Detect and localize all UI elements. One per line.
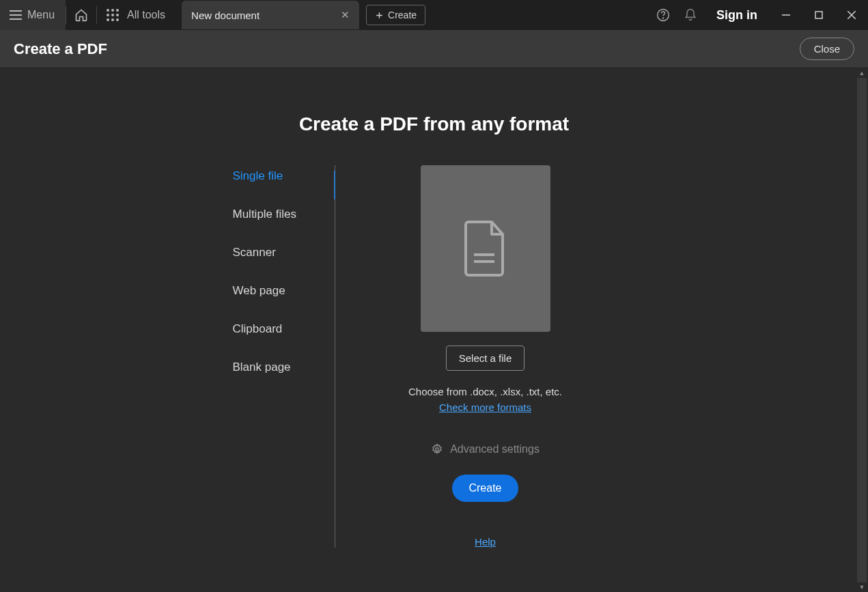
gear-icon xyxy=(431,443,443,455)
plus-icon xyxy=(375,11,384,20)
scroll-up-icon[interactable]: ▲ xyxy=(857,68,867,78)
main-area: Create a PDF from any format Single file… xyxy=(0,68,868,592)
select-file-label: Select a file xyxy=(459,352,512,364)
option-web-page[interactable]: Web page xyxy=(233,272,302,310)
sign-in-label: Sign in xyxy=(716,8,757,22)
page-title: Create a PDF xyxy=(14,40,107,58)
all-tools-button[interactable]: All tools xyxy=(97,0,182,30)
vertical-scrollbar[interactable]: ▲ ▼ xyxy=(857,68,867,592)
all-tools-label: All tools xyxy=(127,9,165,21)
source-options-list: Single file Multiple files Scanner Web p… xyxy=(233,165,335,548)
option-single-file[interactable]: Single file xyxy=(233,165,302,195)
create-button[interactable]: Create xyxy=(452,475,518,502)
create-tab-button[interactable]: Create xyxy=(366,5,425,25)
create-tab-label: Create xyxy=(388,10,417,20)
help-link-label: Help xyxy=(475,536,496,548)
close-panel-button[interactable]: Close xyxy=(800,38,854,60)
document-icon xyxy=(462,219,509,278)
svg-point-1 xyxy=(663,18,664,18)
option-scanner[interactable]: Scanner xyxy=(233,234,302,272)
minimize-button[interactable] xyxy=(770,0,802,30)
notifications-button[interactable] xyxy=(677,0,704,30)
tab-new-document[interactable]: New document ✕ xyxy=(182,1,359,29)
title-bar: Menu All tools New document ✕ Create Sig… xyxy=(0,0,868,30)
create-button-label: Create xyxy=(468,482,501,494)
option-blank-page[interactable]: Blank page xyxy=(233,348,302,386)
file-types-hint: Choose from .docx, .xlsx, .txt, etc. xyxy=(408,386,562,397)
option-multiple-files[interactable]: Multiple files xyxy=(233,195,302,234)
tab-close-icon[interactable]: ✕ xyxy=(341,9,350,21)
home-icon xyxy=(74,8,88,22)
sign-in-button[interactable]: Sign in xyxy=(704,8,770,23)
content-row: Single file Multiple files Scanner Web p… xyxy=(0,165,868,548)
minimize-icon xyxy=(782,11,790,19)
advanced-settings-label: Advanced settings xyxy=(450,443,540,455)
more-formats-label: Check more formats xyxy=(439,401,531,413)
scrollbar-track[interactable] xyxy=(857,78,867,582)
more-formats-link[interactable]: Check more formats xyxy=(439,401,531,413)
maximize-icon xyxy=(815,11,823,19)
close-panel-label: Close xyxy=(814,43,840,55)
option-clipboard[interactable]: Clipboard xyxy=(233,310,302,348)
grid-icon xyxy=(107,9,119,21)
select-file-button[interactable]: Select a file xyxy=(446,346,525,371)
svg-point-8 xyxy=(436,448,439,451)
tab-label: New document xyxy=(191,10,260,21)
hamburger-icon xyxy=(10,10,22,20)
file-dropzone[interactable] xyxy=(421,165,550,332)
menu-button-label: Menu xyxy=(27,9,55,21)
menu-button[interactable]: Menu xyxy=(0,0,66,30)
help-icon xyxy=(656,8,670,22)
help-link[interactable]: Help xyxy=(475,536,496,548)
advanced-settings-button[interactable]: Advanced settings xyxy=(431,443,540,455)
scroll-down-icon[interactable]: ▼ xyxy=(857,582,867,592)
home-button[interactable] xyxy=(66,0,96,30)
file-panel: Select a file Choose from .docx, .xlsx, … xyxy=(335,165,636,548)
bell-icon xyxy=(684,8,697,22)
svg-rect-3 xyxy=(815,12,822,18)
main-heading: Create a PDF from any format xyxy=(0,113,868,135)
close-icon xyxy=(848,11,856,19)
close-window-button[interactable] xyxy=(835,0,868,30)
subheader: Create a PDF Close xyxy=(0,30,868,68)
maximize-button[interactable] xyxy=(802,0,835,30)
help-button[interactable] xyxy=(649,0,677,30)
